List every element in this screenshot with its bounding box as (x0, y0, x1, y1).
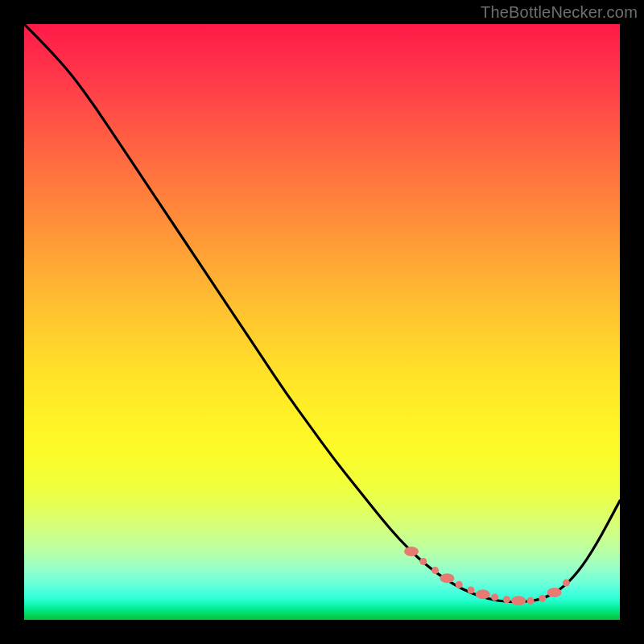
highlight-dot (468, 587, 475, 594)
highlight-dot (547, 588, 562, 597)
highlight-dot (503, 596, 510, 603)
highlight-dot (476, 589, 490, 599)
watermark-text: TheBottleNecker.com (481, 3, 638, 22)
plot-area (24, 24, 620, 620)
highlight-dots (404, 547, 570, 605)
highlight-dot (491, 593, 498, 601)
highlight-dot (539, 595, 546, 602)
highlight-dot (456, 581, 463, 588)
highlight-dot (404, 547, 419, 556)
bottleneck-curve (24, 24, 620, 602)
highlight-dot (527, 597, 535, 605)
highlight-dot (419, 558, 427, 565)
highlight-dot (440, 573, 454, 583)
highlight-dot (511, 596, 526, 605)
highlight-dot (431, 567, 439, 574)
curve-layer (24, 24, 620, 620)
chart-frame: TheBottleNecker.com (0, 0, 644, 644)
highlight-dot (563, 580, 570, 587)
